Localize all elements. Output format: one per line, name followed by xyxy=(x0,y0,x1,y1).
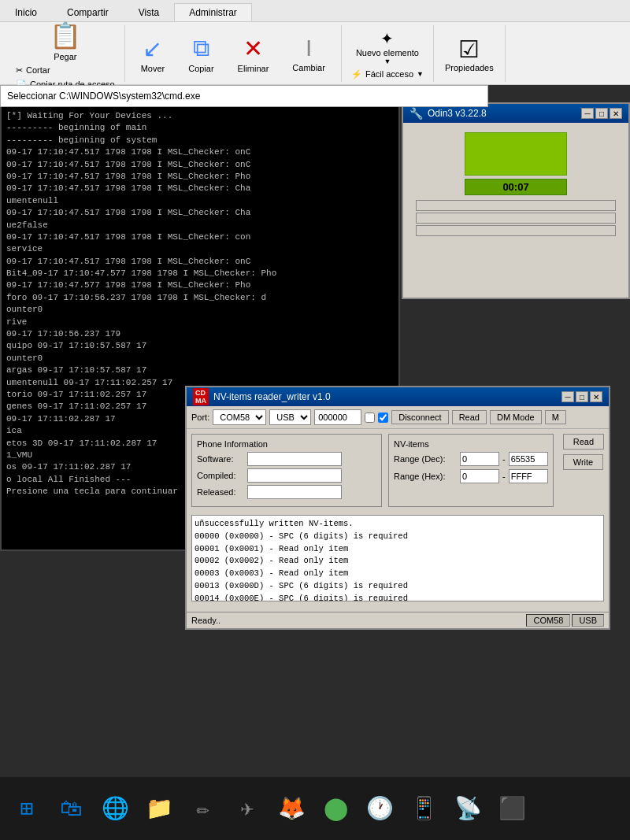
clock-icon[interactable]: 🕐 xyxy=(359,788,400,829)
nv-titlebar: CDMA NV-items reader_writer v1.0 ─ □ ✕ xyxy=(187,387,609,406)
nv-maximize-button[interactable]: □ xyxy=(576,391,588,402)
range-hex-label: Range (Hex): xyxy=(394,472,457,481)
odin-content: 00:07 xyxy=(403,123,628,244)
connection-type-select[interactable]: USB xyxy=(269,409,311,425)
range-dec-from-input[interactable] xyxy=(460,452,499,466)
range-dec-to-input[interactable] xyxy=(509,452,548,466)
ribbon: Inicio Compartir Vista Administrar 📋 Peg… xyxy=(0,0,630,85)
nv-read-button[interactable]: Read xyxy=(563,434,604,450)
nv-content: Port: COM58 USB Disconnect Read DM Mode … xyxy=(187,406,609,601)
released-row: Released: xyxy=(197,485,376,499)
nv-log-line: 00002 (0x0002) - Read only item xyxy=(195,555,601,568)
nv-log-line: 00014 (0x000E) - SPC (6 digits) is requi… xyxy=(195,593,601,602)
start-icon[interactable]: ⊞ xyxy=(6,788,47,829)
phone-icon[interactable]: 📱 xyxy=(403,788,444,829)
range-hex-from-input[interactable] xyxy=(460,469,499,483)
cmd-line: 09-17 17:10:47.517 1798 1798 I MSL_Check… xyxy=(6,146,394,158)
paste-icon: 📋 xyxy=(50,20,81,50)
port-select[interactable]: COM58 xyxy=(213,409,266,425)
nv-log-line: 00001 (0x0001) - Read only item xyxy=(195,543,601,556)
firefox-icon[interactable]: 🦊 xyxy=(271,788,312,829)
cdma-icon[interactable]: 📡 xyxy=(447,788,488,829)
airplane-icon[interactable]: ✈ xyxy=(227,788,268,829)
cmd-line: 09-17 17:10:47.517 1798 1798 I MSL_Check… xyxy=(6,207,394,219)
tab-vista[interactable]: Vista xyxy=(124,3,174,21)
range-hex-row: Range (Hex): - xyxy=(394,469,548,483)
address-bar[interactable]: Seleccionar C:\WINDOWS\system32\cmd.exe xyxy=(0,85,488,107)
cmd-line: --------- beginning of main xyxy=(6,122,394,134)
cmd-line: [*] Waiting For Your Devices ... xyxy=(6,110,394,122)
copy-button[interactable]: ⧉ Copiar xyxy=(179,33,223,75)
cmd-line: 09-17 17:10:56.237 179 xyxy=(6,328,394,340)
software-label: Software: xyxy=(197,454,244,464)
move-icon: ↙ xyxy=(143,35,162,62)
disconnect-button[interactable]: Disconnect xyxy=(391,410,448,424)
cmd-line: 09-17 17:10:47.517 1798 1798 I MSL_Check… xyxy=(6,171,394,183)
rename-icon: I xyxy=(306,35,312,61)
dm-mode-button[interactable]: DM Mode xyxy=(490,410,542,424)
nv-minimize-button[interactable]: ─ xyxy=(561,391,574,402)
odin-minimize-button[interactable]: ─ xyxy=(581,108,594,119)
tab-administrar[interactable]: Administrar xyxy=(174,3,252,21)
odin-timer: 00:07 xyxy=(465,179,567,195)
cmd-line: Bit4_09-17 17:10:47.577 1798 1798 I MSL_… xyxy=(6,268,394,279)
range-dec-label: Range (Dec): xyxy=(394,454,457,464)
paste-button[interactable]: 📋 Pegar xyxy=(43,17,87,65)
cmd-line: service xyxy=(6,243,394,255)
cmd-line: 09-17 17:10:47.577 1798 1798 I MSL_Check… xyxy=(6,279,394,291)
ribbon-group-clipboard: 📋 Pegar ✂ Cortar 📄 Copiar ruta de acceso xyxy=(6,25,125,82)
rename-button[interactable]: I Cambiar xyxy=(283,33,335,74)
nv-window-controls: ─ □ ✕ xyxy=(561,391,602,402)
nv-statusbar: Ready.. COM58 USB xyxy=(187,612,609,628)
cmd-line: rive xyxy=(6,316,394,328)
released-label: Released: xyxy=(197,487,244,497)
nv-close-button[interactable]: ✕ xyxy=(590,391,602,402)
nv-log-line: uñsuccessfully written NV-items. xyxy=(195,518,601,531)
easy-access-button[interactable]: ⚡ Fácil acceso ▼ xyxy=(348,68,427,80)
chrome-icon[interactable]: ⬤ xyxy=(315,788,356,829)
range-hex-to-input[interactable] xyxy=(509,469,548,483)
odin-window: 🔧 Odin3 v3.22.8 ─ □ ✕ 00:07 xyxy=(402,102,630,299)
ribbon-tabs: Inicio Compartir Vista Administrar xyxy=(0,0,630,22)
store-icon[interactable]: 🛍 xyxy=(50,788,91,829)
folder-icon[interactable]: 📁 xyxy=(139,788,180,829)
ribbon-group-new: ✦ Nuevo elemento ▼ ⚡ Fácil acceso ▼ xyxy=(342,25,434,82)
range-dec-sep: - xyxy=(502,454,506,464)
nv-title-left: CDMA NV-items reader_writer v1.0 xyxy=(193,388,331,405)
phone-info-group: Phone Information Software: Compiled: Re… xyxy=(191,434,382,507)
phone-info-title: Phone Information xyxy=(197,439,376,449)
cmd-line: quipo 09-17 17:10:57.587 17 xyxy=(6,340,394,352)
nv-ready-text: Ready.. xyxy=(191,616,220,625)
cmd-line: 09-17 17:10:47.517 1798 1798 I MSL_Check… xyxy=(6,256,394,268)
checkbox-1[interactable] xyxy=(365,413,375,423)
released-input[interactable] xyxy=(247,485,342,499)
nv-items-title: NV-items xyxy=(394,439,548,449)
cmd-line: umentenull xyxy=(6,195,394,207)
cmd-line: foro 09-17 17:10:56.237 1798 1798 I MSL_… xyxy=(6,292,394,304)
delete-button[interactable]: ✕ Eliminar xyxy=(228,33,279,75)
odin-maximize-button[interactable]: □ xyxy=(595,108,608,119)
nv-write-button[interactable]: Write xyxy=(563,454,603,470)
m-button[interactable]: M xyxy=(545,410,566,424)
nv-main: Phone Information Software: Compiled: Re… xyxy=(187,429,609,512)
extra-icon[interactable]: ⬛ xyxy=(491,788,532,829)
edge-icon[interactable]: 🌐 xyxy=(94,788,135,829)
cut-button[interactable]: ✂ Cortar xyxy=(13,65,118,76)
delete-icon: ✕ xyxy=(243,35,263,62)
read-toolbar-button[interactable]: Read xyxy=(452,410,487,424)
compiled-row: Compiled: xyxy=(197,468,376,483)
properties-button[interactable]: ☑ Propiedades xyxy=(440,34,498,74)
compiled-input[interactable] xyxy=(247,468,342,483)
address-input[interactable] xyxy=(314,409,361,425)
new-item-icon: ✦ xyxy=(380,29,394,48)
new-item-button[interactable]: ✦ Nuevo elemento ▼ xyxy=(348,28,427,67)
range-dec-row: Range (Dec): - xyxy=(394,452,548,466)
odin-close-button[interactable]: ✕ xyxy=(610,108,622,119)
address-text: Seleccionar C:\WINDOWS\system32\cmd.exe xyxy=(7,91,200,102)
odin-green-indicator xyxy=(465,132,567,176)
move-button[interactable]: ↙ Mover xyxy=(132,33,175,75)
checkbox-2[interactable] xyxy=(378,413,388,423)
cmd-line: argas 09-17 17:10:57.587 17 xyxy=(6,364,394,376)
software-input[interactable] xyxy=(247,452,342,466)
tool-icon[interactable]: ✏ xyxy=(183,788,224,829)
